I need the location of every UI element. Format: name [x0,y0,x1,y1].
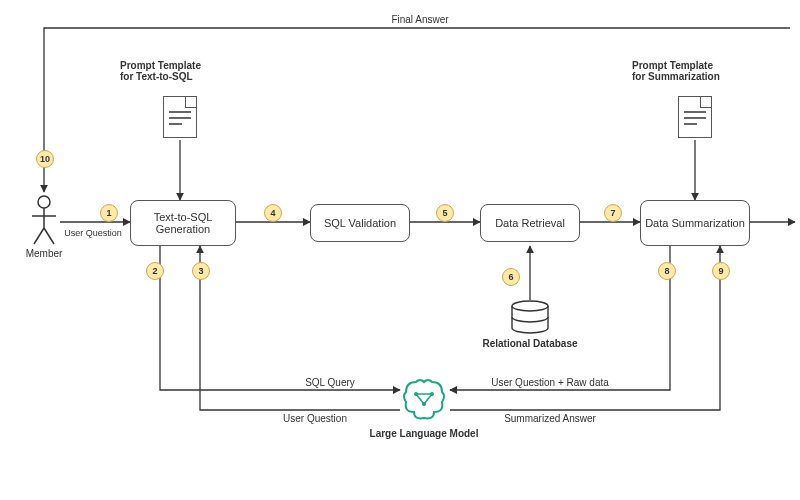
data-retrieval-box: Data Retrieval [480,204,580,242]
document-icon [163,96,197,138]
member-label: Member [18,248,70,259]
step-badge-8: 8 [658,262,676,280]
step-badge-4: 4 [264,204,282,222]
sql-validation-box: SQL Validation [310,204,410,242]
step-badge-10: 10 [36,150,54,168]
diagram-canvas: Member Prompt Template for Text-to-SQL P… [0,0,800,500]
data-summarization-box: Data Summarization [640,200,750,246]
svg-line-4 [44,228,54,244]
uq-raw-label: User Question + Raw data [470,377,630,388]
prompt-sql-label: Prompt Template for Text-to-SQL [120,60,235,82]
step-badge-9: 9 [712,262,730,280]
step-badge-3: 3 [192,262,210,280]
database-label: Relational Database [480,338,580,349]
user-question-label: User Question [56,228,130,238]
prompt-sum-label: Prompt Template for Summarization [632,60,762,82]
document-icon [678,96,712,138]
step-badge-5: 5 [436,204,454,222]
llm-icon [400,376,448,424]
svg-point-5 [512,301,548,311]
step-badge-1: 1 [100,204,118,222]
sql-query-label: SQL Query [280,377,380,388]
svg-line-3 [34,228,44,244]
text-to-sql-box: Text-to-SQL Generation [130,200,236,246]
svg-line-9 [416,394,424,404]
svg-line-10 [424,394,432,404]
step-badge-6: 6 [502,268,520,286]
user-question-label-2: User Question [265,413,365,424]
summarized-label: Summarized Answer [480,413,620,424]
database-icon [509,300,551,334]
step-badge-2: 2 [146,262,164,280]
member-icon [28,194,60,248]
llm-label: Large Language Model [360,428,488,439]
step-badge-7: 7 [604,204,622,222]
svg-point-0 [38,196,50,208]
final-answer-label: Final Answer [370,14,470,25]
